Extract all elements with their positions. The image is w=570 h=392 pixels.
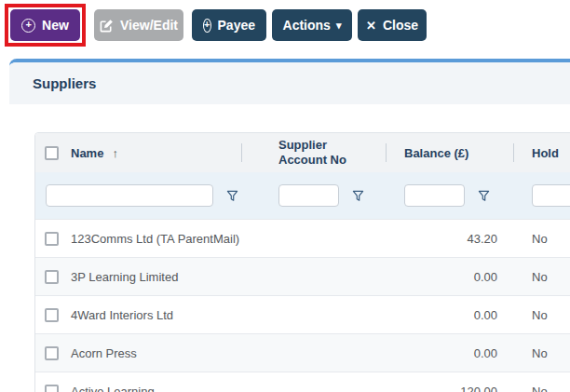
suppliers-table: Name ↑ Supplier Account No Balance (£) H… [34, 132, 570, 392]
new-button-label: New [42, 18, 69, 33]
plus-circle-icon: + [21, 19, 35, 33]
table-row[interactable]: 123Comms Ltd (TA ParentMail) 43.20 No [35, 219, 570, 257]
column-header-balance[interactable]: Balance (£) [386, 133, 513, 172]
column-header-hold[interactable]: Hold [513, 133, 570, 172]
page-title: Suppliers [33, 75, 96, 91]
close-button[interactable]: ✕ Close [358, 9, 427, 41]
close-button-label: Close [383, 18, 418, 33]
view-edit-button[interactable]: View/Edit [94, 9, 183, 41]
column-header-supplier-account-no[interactable]: Supplier Account No [241, 133, 386, 172]
column-header-supplier-label: Supplier Account No [278, 138, 348, 169]
row-checkbox[interactable] [45, 346, 59, 360]
table-row[interactable]: Acorn Press 0.00 No [35, 333, 570, 372]
payee-button-label: Payee [218, 18, 255, 33]
balance-value: 0.00 [386, 296, 513, 333]
column-header-hold-label: Hold [532, 146, 559, 160]
table-header-row: Name ↑ Supplier Account No Balance (£) H… [35, 133, 570, 172]
plus-circle-icon: + [203, 19, 211, 33]
new-button[interactable]: + New [10, 9, 80, 41]
filter-funnel-icon[interactable] [352, 190, 364, 202]
select-all-checkbox[interactable] [45, 146, 59, 160]
supplier-account-no-filter-input[interactable] [278, 184, 339, 207]
view-edit-button-label: View/Edit [120, 18, 178, 33]
table-row[interactable]: 3P Learning Limited 0.00 No [35, 257, 570, 295]
table-filter-row [35, 172, 570, 219]
column-header-name-label: Name [71, 146, 103, 160]
supplier-name: 3P Learning Limited [71, 270, 178, 284]
hold-value: No [513, 372, 570, 392]
payee-button[interactable]: + Payee [192, 9, 266, 41]
filter-funnel-icon[interactable] [226, 190, 238, 202]
name-filter-input[interactable] [46, 184, 213, 207]
hold-value: No [513, 296, 570, 333]
row-checkbox[interactable] [45, 270, 59, 284]
supplier-account-no [241, 372, 386, 392]
supplier-name: 4Ward Interiors Ltd [71, 308, 173, 322]
supplier-account-no [241, 296, 386, 333]
suppliers-panel: Suppliers Name ↑ Supplier Account No Bal… [9, 59, 570, 392]
column-header-name[interactable]: Name ↑ [35, 133, 241, 172]
column-header-balance-label: Balance (£) [404, 146, 468, 160]
hold-value: No [513, 220, 570, 257]
hold-value: No [513, 334, 570, 372]
row-checkbox[interactable] [45, 385, 59, 392]
balance-value: 0.00 [386, 258, 513, 295]
chevron-down-icon: ▾ [336, 20, 342, 31]
table-row[interactable]: Active Learning 120.00 No [35, 372, 570, 392]
balance-filter-input[interactable] [404, 184, 465, 207]
balance-value: 43.20 [386, 220, 513, 257]
close-icon: ✕ [366, 20, 376, 32]
sort-ascending-icon: ↑ [112, 146, 118, 160]
row-checkbox[interactable] [45, 308, 59, 322]
supplier-account-no [241, 258, 386, 295]
hold-value: No [513, 258, 570, 295]
hold-filter-input[interactable] [532, 184, 570, 207]
filter-funnel-icon[interactable] [478, 190, 490, 202]
row-checkbox[interactable] [45, 232, 59, 246]
actions-dropdown-button[interactable]: Actions ▾ [272, 9, 352, 41]
table-row[interactable]: 4Ward Interiors Ltd 0.00 No [35, 295, 570, 333]
supplier-name: 123Comms Ltd (TA ParentMail) [71, 232, 239, 246]
supplier-account-no [241, 334, 386, 372]
supplier-name: Active Learning [71, 385, 155, 392]
supplier-account-no [241, 220, 386, 257]
panel-header: Suppliers [9, 62, 570, 104]
edit-icon [100, 19, 114, 33]
actions-button-label: Actions [283, 18, 331, 33]
balance-value: 120.00 [386, 372, 513, 392]
supplier-name: Acorn Press [71, 346, 137, 360]
balance-value: 0.00 [386, 334, 513, 372]
